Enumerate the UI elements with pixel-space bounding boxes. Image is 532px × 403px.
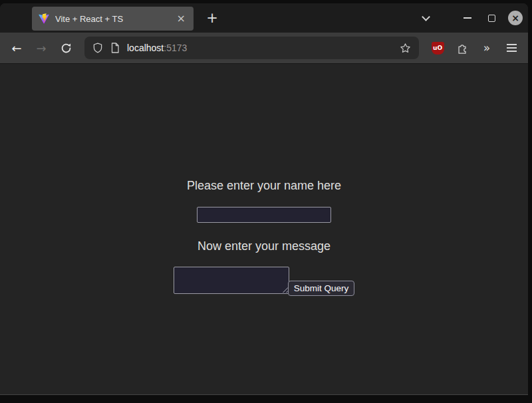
reload-button[interactable] <box>55 37 77 59</box>
url-bar[interactable]: localhost:5173 <box>84 37 419 59</box>
page-content: Please enter your name here Now enter yo… <box>0 64 528 394</box>
maximize-icon <box>488 15 495 22</box>
back-button[interactable]: ← <box>5 37 28 59</box>
minimize-icon <box>464 17 471 19</box>
new-tab-button[interactable]: + <box>203 8 221 28</box>
browser-tab[interactable]: Vite + React + TS × <box>32 7 194 31</box>
extensions-button[interactable] <box>451 37 473 59</box>
name-prompt-text: Please enter your name here <box>0 64 528 194</box>
url-port: :5173 <box>164 43 187 53</box>
message-textarea[interactable] <box>174 267 289 294</box>
ublock-origin-button[interactable]: uO <box>426 37 449 59</box>
hamburger-menu-icon <box>507 44 517 52</box>
reload-icon <box>61 43 72 54</box>
message-textarea-wrap <box>174 267 289 294</box>
toolbar-overflow-button[interactable]: » <box>475 37 498 59</box>
forward-button[interactable]: → <box>30 37 53 59</box>
message-row: Submit Query <box>0 267 528 294</box>
browser-window: Vite + React + TS × + × ← → <box>0 3 528 395</box>
window-controls: × <box>460 3 523 33</box>
bookmark-star-icon[interactable] <box>400 43 411 54</box>
tracking-protection-shield-icon[interactable] <box>92 43 103 53</box>
puzzle-piece-icon <box>456 41 469 55</box>
tab-title: Vite + React + TS <box>55 14 176 24</box>
double-chevron-icon: » <box>483 41 490 55</box>
tab-bar: Vite + React + TS × + × <box>0 3 528 33</box>
tab-close-icon[interactable]: × <box>176 13 187 24</box>
window-close-button[interactable]: × <box>508 11 523 25</box>
url-host: localhost <box>127 43 164 53</box>
ublock-origin-icon: uO <box>432 42 444 55</box>
name-input[interactable] <box>197 207 331 223</box>
vite-logo-icon <box>39 13 49 24</box>
minimize-button[interactable] <box>460 11 475 25</box>
submit-query-button[interactable]: Submit Query <box>288 281 355 296</box>
message-prompt-text: Now enter your message <box>0 238 528 254</box>
maximize-button[interactable] <box>484 11 499 25</box>
navigation-toolbar: ← → localhost:5173 uO <box>0 33 528 64</box>
site-info-page-icon[interactable] <box>110 43 120 53</box>
app-menu-button[interactable] <box>500 37 523 59</box>
list-tabs-button[interactable] <box>420 13 432 25</box>
chevron-down-icon <box>422 13 430 21</box>
url-text[interactable]: localhost:5173 <box>127 43 392 53</box>
